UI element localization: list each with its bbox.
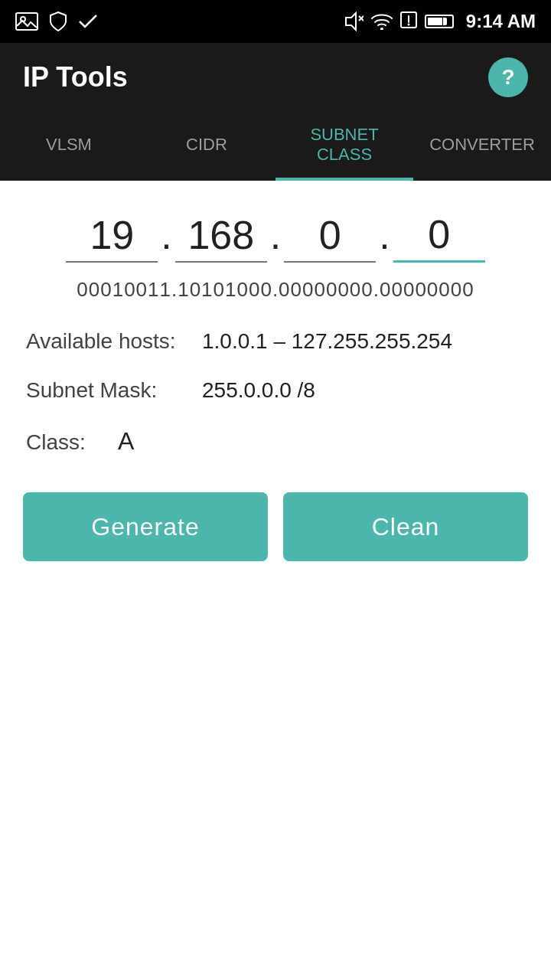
app-title: IP Tools — [23, 61, 128, 93]
ip-octet3-input[interactable] — [284, 212, 376, 263]
image-icon — [15, 12, 38, 31]
main-content: . . . 00010011.10101000.00000000.0000000… — [0, 181, 551, 561]
svg-rect-0 — [16, 13, 37, 30]
ip-octet2-input[interactable] — [175, 212, 267, 263]
tab-bar: VLSM CIDR SUBNET CLASS CONVERTER — [0, 112, 551, 181]
subnet-mask-row: Subnet Mask: 255.0.0.0 /8 — [26, 378, 525, 403]
class-row: Class: A — [26, 427, 525, 456]
class-label: Class: — [26, 430, 118, 455]
ip-segment-4 — [393, 211, 485, 263]
clean-button[interactable]: Clean — [283, 492, 528, 561]
help-button[interactable]: ? — [488, 57, 528, 97]
battery-icon — [425, 15, 454, 28]
svg-marker-2 — [346, 13, 356, 30]
ip-segment-1 — [66, 212, 158, 263]
status-bar: 9:14 AM — [0, 0, 551, 43]
status-bar-right: 9:14 AM — [344, 11, 536, 32]
hosts-label: Available hosts: — [26, 329, 202, 354]
shield-icon — [49, 11, 67, 32]
alert-icon — [400, 11, 417, 31]
app-bar: IP Tools ? — [0, 43, 551, 112]
binary-display: 00010011.10101000.00000000.00000000 — [23, 278, 528, 302]
available-hosts-row: Available hosts: 1.0.0.1 – 127.255.255.2… — [26, 329, 525, 354]
svg-point-8 — [407, 24, 409, 26]
tab-vlsm[interactable]: VLSM — [0, 112, 138, 181]
tab-subnet-class[interactable]: SUBNET CLASS — [276, 112, 413, 181]
ip-dot-3: . — [379, 212, 390, 263]
info-section: Available hosts: 1.0.0.1 – 127.255.255.2… — [23, 329, 528, 456]
hosts-value: 1.0.0.1 – 127.255.255.254 — [202, 329, 452, 354]
check-icon — [78, 12, 98, 31]
ip-segment-2 — [175, 212, 267, 263]
ip-dot-2: . — [270, 212, 281, 263]
mask-label: Subnet Mask: — [26, 378, 202, 403]
ip-octet1-input[interactable] — [66, 212, 158, 263]
svg-point-5 — [380, 28, 383, 30]
ip-octet4-input[interactable] — [393, 211, 485, 263]
generate-button[interactable]: Generate — [23, 492, 268, 561]
button-row: Generate Clean — [23, 492, 528, 561]
ip-segment-3 — [284, 212, 376, 263]
tab-cidr[interactable]: CIDR — [138, 112, 276, 181]
status-time: 9:14 AM — [466, 11, 536, 32]
class-value: A — [118, 427, 134, 456]
mask-value: 255.0.0.0 /8 — [202, 378, 315, 403]
ip-input-row: . . . — [23, 211, 528, 263]
tab-converter[interactable]: CONVERTER — [413, 112, 551, 181]
status-bar-left — [15, 11, 98, 32]
ip-dot-1: . — [161, 212, 171, 263]
mute-icon — [344, 11, 364, 31]
wifi-icon — [371, 13, 393, 30]
